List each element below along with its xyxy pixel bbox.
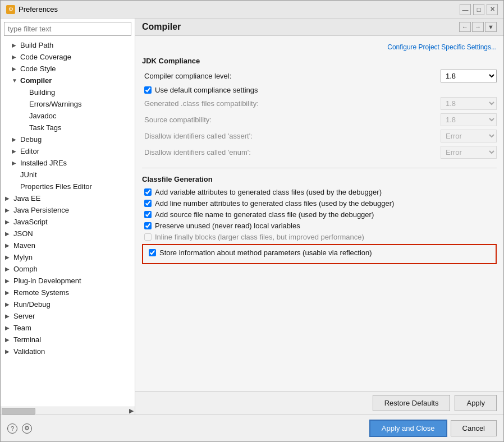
main-content: ▶Build Path▶Code Coverage▶Code Style▼Com… <box>1 19 503 415</box>
use-default-label: Use default compliance settings <box>155 86 258 94</box>
nav-buttons: ← → ▼ <box>459 22 497 32</box>
tree-arrow: ▶ <box>5 325 12 331</box>
sidebar-item-json[interactable]: ▶JSON <box>1 228 135 240</box>
sidebar-item-editor[interactable]: ▶Editor <box>1 145 135 157</box>
tree-arrow: ▶ <box>12 160 19 166</box>
tree-arrow: ▶ <box>5 313 12 319</box>
tree-label: JUnit <box>20 171 37 179</box>
tree-label: Build Path <box>20 41 53 49</box>
source-compat-select: 1.8 <box>441 113 497 126</box>
classfile-item-store-info: Store information about method parameter… <box>146 248 492 257</box>
right-header: Compiler ← → ▼ <box>135 19 503 36</box>
sidebar-item-building[interactable]: Building <box>1 86 135 98</box>
sidebar-item-build-path[interactable]: ▶Build Path <box>1 39 135 51</box>
sidebar-item-run-debug[interactable]: ▶Run/Debug <box>1 298 135 310</box>
back-button[interactable]: ← <box>459 22 471 32</box>
disallow-enum-label: Disallow identifiers called 'enum': <box>144 148 441 156</box>
sidebar-item-terminal[interactable]: ▶Terminal <box>1 334 135 346</box>
tree-arrow: ▶ <box>5 337 12 343</box>
sidebar-item-code-style[interactable]: ▶Code Style <box>1 63 135 75</box>
forward-button[interactable]: → <box>472 22 484 32</box>
tree-label: Remote Systems <box>13 288 69 297</box>
sidebar-item-compiler[interactable]: ▼Compiler <box>1 75 135 86</box>
checkbox-add-source-file[interactable] <box>144 211 152 218</box>
apply-button[interactable]: Apply <box>455 395 497 411</box>
sidebar-item-debug[interactable]: ▶Debug <box>1 133 135 145</box>
checkbox-preserve-unused[interactable] <box>144 222 152 229</box>
highlighted-wrapper: Store information about method parameter… <box>142 244 497 264</box>
apply-and-close-button[interactable]: Apply and Close <box>369 420 447 437</box>
sidebar-item-mylyn[interactable]: ▶Mylyn <box>1 251 135 263</box>
horizontal-scrollbar[interactable]: ▶ <box>1 407 135 415</box>
disallow-assert-label: Disallow identifiers called 'assert': <box>144 132 441 140</box>
sidebar-item-javascript[interactable]: ▶JavaScript <box>1 216 135 228</box>
sidebar-item-server[interactable]: ▶Server <box>1 310 135 322</box>
tree-label: Terminal <box>13 335 41 344</box>
sidebar-item-junit[interactable]: JUnit <box>1 169 135 181</box>
sidebar-item-properties-files-editor[interactable]: Properties Files Editor <box>1 181 135 192</box>
tree-arrow: ▶ <box>12 42 19 48</box>
compliance-level-select[interactable]: 1.8 <box>441 70 497 82</box>
sidebar-item-javadoc[interactable]: Javadoc <box>1 110 135 122</box>
h-scroll-thumb[interactable] <box>2 408 35 415</box>
tree-label: Building <box>29 88 55 96</box>
tree-label: Code Coverage <box>20 53 71 61</box>
sidebar-item-installed-jres[interactable]: ▶Installed JREs <box>1 157 135 169</box>
tree-label: Properties Files Editor <box>20 182 92 191</box>
cancel-button[interactable]: Cancel <box>451 420 497 436</box>
tree-arrow: ▶ <box>5 301 12 307</box>
tree-arrow: ▶ <box>12 148 19 154</box>
restore-defaults-button[interactable]: Restore Defaults <box>373 395 451 411</box>
filter-input[interactable] <box>4 22 131 36</box>
tree-label: Validation <box>13 347 45 356</box>
title-bar-buttons: — □ ✕ <box>460 4 498 15</box>
checkbox-label-inline-finally: Inline finally blocks (larger class file… <box>155 233 364 241</box>
sidebar-item-task-tags[interactable]: Task Tags <box>1 122 135 133</box>
classfile-item-add-variable: Add variable attributes to generated cla… <box>142 188 497 196</box>
tree-arrow: ▶ <box>5 231 12 237</box>
use-default-checkbox[interactable] <box>144 86 152 94</box>
tree-arrow: ▶ <box>5 195 12 201</box>
jdk-compliance-section: JDK Compliance Compiler compliance level… <box>142 57 497 159</box>
close-button[interactable]: ✕ <box>487 4 498 15</box>
preferences-icon[interactable]: ⚙ <box>22 423 32 434</box>
sidebar-item-validation[interactable]: ▶Validation <box>1 346 135 357</box>
sidebar-item-maven[interactable]: ▶Maven <box>1 240 135 251</box>
tree-arrow: ▶ <box>12 66 19 72</box>
help-icon[interactable]: ? <box>7 423 17 434</box>
maximize-button[interactable]: □ <box>473 4 484 15</box>
sidebar-item-errors-warnings[interactable]: Errors/Warnings <box>1 98 135 110</box>
sidebar-item-oomph[interactable]: ▶Oomph <box>1 263 135 275</box>
tree-label: Java Persistence <box>13 206 69 214</box>
tree-arrow: ▼ <box>12 77 19 84</box>
tree-label: Plug-in Development <box>13 277 81 285</box>
tree-label: Editor <box>20 147 39 155</box>
sidebar-item-remote-systems[interactable]: ▶Remote Systems <box>1 287 135 298</box>
sidebar-item-java-ee[interactable]: ▶Java EE <box>1 192 135 204</box>
dropdown-button[interactable]: ▼ <box>485 22 497 32</box>
sidebar-item-team[interactable]: ▶Team <box>1 322 135 334</box>
checkbox-add-line-number[interactable] <box>144 200 152 207</box>
source-compat-label: Source compatibility: <box>144 116 441 124</box>
right-body: Configure Project Specific Settings... J… <box>135 36 503 391</box>
left-panel: ▶Build Path▶Code Coverage▶Code Style▼Com… <box>1 19 135 415</box>
configure-project-link[interactable]: Configure Project Specific Settings... <box>387 43 497 51</box>
tree-arrow: ▶ <box>12 54 19 60</box>
section-title: Compiler <box>142 22 181 32</box>
bottom-left-icons: ? ⚙ <box>7 423 32 434</box>
checkbox-store-info[interactable] <box>149 249 156 256</box>
checkbox-add-variable[interactable] <box>144 188 152 196</box>
sidebar-item-java-persistence[interactable]: ▶Java Persistence <box>1 204 135 216</box>
preferences-dialog: ⚙ Preferences — □ ✕ ▶Build Path▶Code Cov… <box>0 0 504 442</box>
disallow-enum-row: Disallow identifiers called 'enum': Erro… <box>142 146 497 159</box>
tree-label: Maven <box>13 241 35 250</box>
tree-label: Errors/Warnings <box>29 100 81 108</box>
title-bar-left: ⚙ Preferences <box>6 5 58 14</box>
checkbox-label-add-line-number: Add line number attributes to generated … <box>155 199 394 208</box>
jdk-section-title: JDK Compliance <box>142 57 497 65</box>
sidebar-item-plugin-dev[interactable]: ▶Plug-in Development <box>1 275 135 287</box>
title-bar: ⚙ Preferences — □ ✕ <box>1 1 503 19</box>
sidebar-item-code-coverage[interactable]: ▶Code Coverage <box>1 51 135 63</box>
minimize-button[interactable]: — <box>460 4 471 15</box>
tree-label: Java EE <box>13 194 40 202</box>
